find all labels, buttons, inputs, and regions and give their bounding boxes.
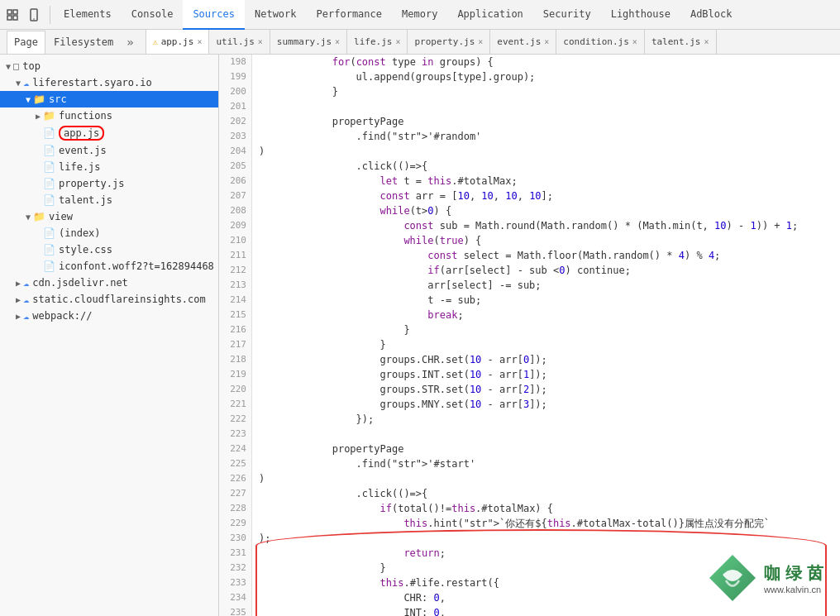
file-tab-eventjs[interactable]: event.js × <box>490 30 556 54</box>
code-line: groups.STR.set(10 - arr[2]); <box>259 382 840 397</box>
panel-tabs: Page Filesystem » <box>0 30 146 54</box>
tree-talentjs[interactable]: 📄 talent.js <box>0 192 218 208</box>
line-number: 226 <box>219 471 246 486</box>
tree-functions[interactable]: ▶ 📁 functions <box>0 107 218 124</box>
tree-arrow-webpack: ▶ <box>13 312 23 321</box>
code-line: } <box>259 337 840 352</box>
tree-label-stylecss: style.css <box>59 244 112 255</box>
line-number: 216 <box>219 322 246 337</box>
svg-rect-3 <box>13 16 17 20</box>
tab-filesystem[interactable]: Filesystem <box>47 31 120 54</box>
line-number: 210 <box>219 233 246 248</box>
tree-iconfont[interactable]: 📄 iconfont.woff2?t=162894468 <box>0 258 218 275</box>
line-number: 201 <box>219 99 246 114</box>
code-line: let t = this.#totalMax; <box>259 174 840 189</box>
code-line: while(true) { <box>259 233 840 248</box>
code-content[interactable]: for(const type in groups) { ul.append(gr… <box>252 55 840 616</box>
line-number: 207 <box>219 189 246 203</box>
tree-cloudflare[interactable]: ▶ ☁ static.cloudflareinsights.com <box>0 291 218 308</box>
file-tab-conditionjs[interactable]: condition.js × <box>556 30 645 54</box>
tab-elements[interactable]: Elements <box>54 0 122 30</box>
tree-stylecss[interactable]: 📄 style.css <box>0 241 218 258</box>
tree-label-iconfont: iconfont.woff2?t=162894468 <box>59 260 214 272</box>
tree-appjs[interactable]: 📄 app.js <box>0 124 218 142</box>
cloud-icon-liferestart: ☁ <box>23 77 29 88</box>
code-line: while(t>0) { <box>259 203 840 218</box>
close-conditionjs-button[interactable]: × <box>632 37 637 46</box>
tree-label-eventjs: event.js <box>59 145 107 156</box>
line-number: 215 <box>219 308 246 322</box>
tree-lifejs[interactable]: 📄 life.js <box>0 159 218 175</box>
tab-adblock[interactable]: AdBlock <box>680 0 742 30</box>
code-line: } <box>259 322 840 337</box>
code-area: 1981992002012022032042052062072082092102… <box>219 55 840 616</box>
file-tab-appjs-label: app.js <box>161 36 194 47</box>
tree-webpack[interactable]: ▶ ☁ webpack:// <box>0 308 218 324</box>
tree-label-view: view <box>49 211 73 222</box>
tree-view[interactable]: ▼ 📁 view <box>0 208 218 225</box>
tab-application[interactable]: Application <box>447 0 532 30</box>
line-number: 227 <box>219 486 246 501</box>
svg-rect-2 <box>7 16 12 20</box>
tree-top[interactable]: ▼ □ top <box>0 58 218 74</box>
line-numbers: 1981992002012022032042052062072082092102… <box>219 55 252 616</box>
close-eventjs-button[interactable]: × <box>544 37 549 46</box>
line-number: 200 <box>219 84 246 99</box>
svg-point-5 <box>33 18 35 20</box>
line-number: 223 <box>219 427 246 442</box>
tab-page[interactable]: Page <box>7 31 45 54</box>
mobile-icon[interactable] <box>25 6 43 24</box>
code-line: ul.append(groups[type].group); <box>259 69 840 84</box>
code-line: const select = Math.floor(Math.random() … <box>259 248 840 263</box>
tree-propertyjs[interactable]: 📄 property.js <box>0 175 218 192</box>
tab-security[interactable]: Security <box>533 0 601 30</box>
file-tab-talentjs[interactable]: talent.js × <box>645 30 717 54</box>
tab-console[interactable]: Console <box>122 0 184 30</box>
inspect-icon[interactable] <box>3 6 21 24</box>
file-tab-appjs[interactable]: ⚠ app.js × <box>146 30 210 54</box>
line-number: 209 <box>219 218 246 233</box>
line-number: 220 <box>219 382 246 397</box>
file-tab-eventjs-label: event.js <box>497 36 541 47</box>
code-line: for(const type in groups) { <box>259 55 840 69</box>
tab-lighthouse[interactable]: Lighthouse <box>601 0 680 30</box>
file-tab-conditionjs-label: condition.js <box>563 36 628 47</box>
file-tree: ▼ □ top ▼ ☁ liferestart.syaro.io ▼ 📁 src <box>0 55 218 327</box>
line-number: 229 <box>219 516 246 531</box>
css-icon-stylecss: 📄 <box>43 244 55 255</box>
file-tab-summaryjs[interactable]: summary.js × <box>270 30 347 54</box>
close-appjs-button[interactable]: × <box>197 37 202 46</box>
watermark-brand: 咖绿茵 <box>764 562 828 585</box>
folder-icon-src: 📁 <box>33 93 45 105</box>
tree-eventjs[interactable]: 📄 event.js <box>0 142 218 159</box>
tab-sources[interactable]: Sources <box>183 0 245 30</box>
close-lifejs-button[interactable]: × <box>395 37 400 46</box>
close-propertyjs-button[interactable]: × <box>478 37 483 46</box>
tree-src[interactable]: ▼ 📁 src <box>0 91 218 107</box>
line-number: 234 <box>219 590 246 605</box>
line-number: 198 <box>219 55 246 69</box>
code-line: .click(()=>{ <box>259 486 840 501</box>
file-tab-utiljs[interactable]: util.js × <box>209 30 270 54</box>
tree-label-talentjs: talent.js <box>59 194 112 206</box>
tree-index[interactable]: 📄 (index) <box>0 225 218 241</box>
file-tab-lifejs[interactable]: life.js × <box>347 30 408 54</box>
close-summaryjs-button[interactable]: × <box>335 37 340 46</box>
toolbar-icons <box>3 6 50 24</box>
folder-icon-view: 📁 <box>33 211 45 222</box>
code-line: }); <box>259 412 840 427</box>
more-panels-button[interactable]: » <box>122 36 138 49</box>
file-tab-propertyjs[interactable]: property.js × <box>408 30 490 54</box>
close-talentjs-button[interactable]: × <box>704 37 709 46</box>
file-tab-utiljs-label: util.js <box>216 36 254 47</box>
tree-cdn[interactable]: ▶ ☁ cdn.jsdelivr.net <box>0 275 218 291</box>
tab-performance[interactable]: Performance <box>307 0 392 30</box>
tab-memory[interactable]: Memory <box>392 0 447 30</box>
line-number: 217 <box>219 337 246 352</box>
tab-network[interactable]: Network <box>245 0 307 30</box>
js-icon-talentjs: 📄 <box>43 194 55 206</box>
close-utiljs-button[interactable]: × <box>258 37 263 46</box>
cloud-icon-webpack: ☁ <box>23 310 29 322</box>
file-tab-lifejs-label: life.js <box>354 36 392 47</box>
tree-liferestart[interactable]: ▼ ☁ liferestart.syaro.io <box>0 74 218 91</box>
